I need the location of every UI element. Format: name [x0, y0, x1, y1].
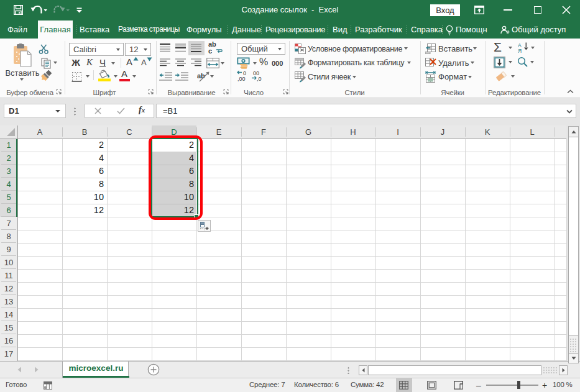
svg-text:,00: ,00: [237, 76, 246, 82]
svg-text:,0: ,0: [257, 76, 262, 82]
svg-text:ab: ab: [197, 72, 205, 80]
svg-text:Я: Я: [518, 48, 522, 53]
